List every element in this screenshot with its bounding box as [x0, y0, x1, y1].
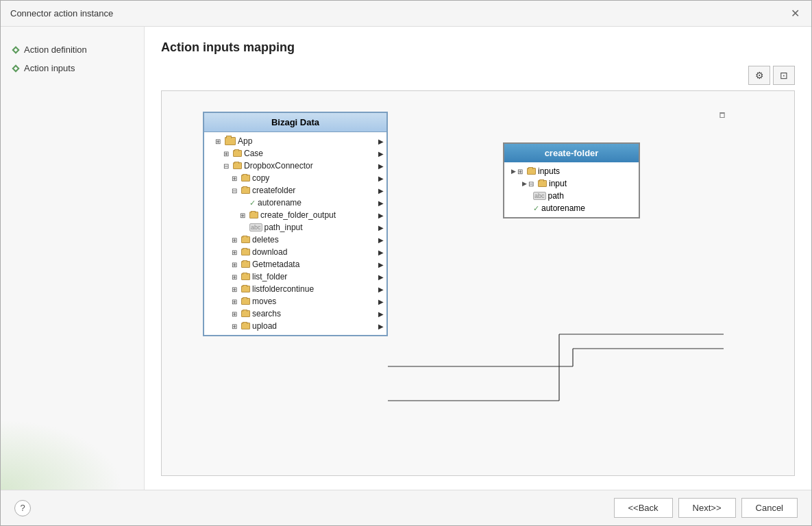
tree-panel: Bizagi Data ⊞ App ▶ ⊞ — [203, 112, 388, 336]
arrow-right-case: ▶ — [378, 150, 384, 158]
tree-item-label-app: App — [238, 136, 252, 146]
folder-icon-searchs — [241, 310, 250, 317]
arrow-right-dropbox: ▶ — [378, 162, 384, 170]
tree-item-app[interactable]: ⊞ App ▶ — [204, 135, 386, 147]
expand-icon-searchs: ⊞ — [232, 310, 240, 318]
expand-icon-gm: ⊞ — [232, 261, 240, 268]
expand-icon-case: ⊞ — [223, 150, 232, 158]
tree-item-getmetadata[interactable]: ⊞ Getmetadata ▶ — [204, 258, 386, 271]
expand-icon-pi: · — [240, 224, 248, 231]
footer-buttons: <<Back Next>> Cancel — [614, 498, 798, 518]
expand-icon-lfc: ⊞ — [232, 286, 240, 293]
tree-item-path-input[interactable]: · abc path_input ▶ — [204, 221, 386, 234]
tree-item-label-searchs: searchs — [252, 309, 281, 318]
tree-item-label-upload: upload — [252, 321, 277, 331]
node-item-autorename-node[interactable]: ✓ autorename — [508, 202, 635, 214]
node-item-label-autorename-node: autorename — [541, 203, 585, 213]
node-item-label-path: path — [548, 191, 564, 201]
folder-icon-moves — [241, 298, 250, 305]
tree-item-upload[interactable]: ⊞ upload ▶ — [204, 320, 386, 332]
next-button[interactable]: Next>> — [678, 498, 736, 518]
filter-toolbar-button[interactable]: ⚙ — [748, 66, 770, 85]
expand-icon-upload: ⊞ — [232, 323, 240, 330]
node-header: create-folder — [504, 144, 639, 162]
node-panel: create-folder ▶ ⊞ inputs ▶ — [503, 142, 640, 218]
tree-item-moves[interactable]: ⊞ moves ▶ — [204, 295, 386, 308]
tree-item-label-moves: moves — [252, 297, 276, 306]
tree-item-deletes[interactable]: ⊞ deletes ▶ — [204, 234, 386, 246]
help-icon: ? — [20, 503, 25, 513]
folder-icon-lfc — [241, 286, 250, 292]
folder-icon-deletes — [241, 236, 250, 243]
tree-item-label-lfc: listfoldercontinue — [252, 284, 314, 294]
tree-item-createfolder[interactable]: ⊟ createfolder ▶ — [204, 184, 386, 197]
corner-handle-bm — [720, 113, 725, 118]
arrow-right-gm: ▶ — [378, 261, 384, 268]
arrow-right-deletes: ▶ — [378, 236, 384, 244]
tree-item-label-dropbox: DropboxConnector — [244, 161, 313, 171]
tree-item-label-gm: Getmetadata — [252, 260, 299, 269]
folder-icon-inputs — [527, 168, 536, 175]
arrow-right-createfolder: ▶ — [378, 187, 384, 195]
node-item-input[interactable]: ▶ ⊟ input — [508, 177, 635, 190]
tree-item-label-cfo: create_folder_output — [260, 210, 336, 220]
tree-item-dropbox[interactable]: ⊟ DropboxConnector ▶ — [204, 160, 386, 172]
folder-icon-gm — [241, 261, 250, 268]
arrow-right-app: ▶ — [378, 138, 384, 145]
folder-icon-input — [538, 180, 547, 187]
node-item-label-input: input — [549, 179, 567, 188]
expand-icon-inputs: ⊞ — [517, 168, 526, 175]
expand-icon-copy: ⊞ — [232, 175, 240, 182]
expand-icon: ⊞ — [215, 138, 223, 145]
node-item-label-inputs: inputs — [538, 166, 560, 176]
help-button[interactable]: ? — [14, 500, 31, 516]
tree-item-label-lf: list_folder — [252, 272, 287, 281]
tree-item-case[interactable]: ⊞ Case ▶ — [204, 147, 386, 160]
folder-icon-copy — [241, 175, 250, 181]
folder-icon-download — [241, 249, 250, 255]
tree-item-label-download: download — [252, 247, 287, 257]
folder-icon-app — [225, 137, 236, 145]
tree-item-create-folder-output[interactable]: ⊞ create_folder_output ▶ — [204, 209, 386, 221]
expand-inputs: ▶ — [511, 168, 516, 175]
check-icon-autorename: ✓ — [249, 199, 256, 208]
tree-item-listfoldercontinue[interactable]: ⊞ listfoldercontinue ▶ — [204, 283, 386, 295]
folder-icon-cfo — [249, 212, 258, 218]
close-button[interactable]: ✕ — [788, 7, 802, 21]
expand-icon-cfo: ⊞ — [240, 212, 248, 219]
tree-item-searchs[interactable]: ⊞ searchs ▶ — [204, 308, 386, 320]
diamond-icon-2 — [12, 64, 19, 72]
tree-item-download[interactable]: ⊞ download ▶ — [204, 246, 386, 258]
sidebar-item-action-definition[interactable]: Action definition — [8, 40, 137, 59]
folder-icon-lf — [241, 273, 250, 280]
cancel-button[interactable]: Cancel — [741, 498, 798, 518]
tree-item-label-path-input: path_input — [264, 223, 303, 232]
node-body: ▶ ⊞ inputs ▶ ⊟ input — [504, 162, 639, 217]
tree-item-label-createfolder: createfolder — [252, 186, 295, 195]
layout-toolbar-button[interactable]: ⊡ — [773, 66, 795, 85]
folder-icon-dropbox — [233, 162, 242, 169]
sidebar-item-action-inputs[interactable]: Action inputs — [8, 59, 137, 77]
arrow-right-searchs: ▶ — [378, 310, 384, 318]
expand-icon-moves: ⊞ — [232, 298, 240, 305]
check-icon-node-autorename: ✓ — [533, 204, 539, 213]
expand-icon-createfolder: ⊟ — [232, 187, 240, 195]
layout-icon: ⊡ — [780, 70, 788, 81]
main-content: Action inputs mapping ⚙ ⊡ — [145, 27, 811, 490]
tree-item-list-folder[interactable]: ⊞ list_folder ▶ — [204, 271, 386, 283]
arrow-right-pi: ▶ — [378, 224, 384, 231]
tree-item-autorename[interactable]: · ✓ autorename ▶ — [204, 197, 386, 209]
dialog-container: Connector action instance ✕ Action defin… — [0, 0, 812, 526]
sidebar: Action definition Action inputs — [1, 27, 145, 490]
node-item-inputs[interactable]: ▶ ⊞ inputs — [508, 165, 635, 177]
expand-icon-dropbox: ⊟ — [223, 162, 232, 170]
expand-input: ▶ — [522, 180, 527, 187]
diamond-icon — [12, 46, 19, 53]
tree-item-copy[interactable]: ⊞ copy ▶ — [204, 172, 386, 184]
folder-icon-createfolder — [241, 187, 250, 194]
tree-item-label-deletes: deletes — [252, 235, 279, 245]
expand-icon-download: ⊞ — [232, 249, 240, 256]
dialog-body: Action definition Action inputs Action i… — [1, 27, 811, 490]
node-item-path[interactable]: abc path — [508, 190, 635, 202]
back-button[interactable]: <<Back — [614, 498, 673, 518]
